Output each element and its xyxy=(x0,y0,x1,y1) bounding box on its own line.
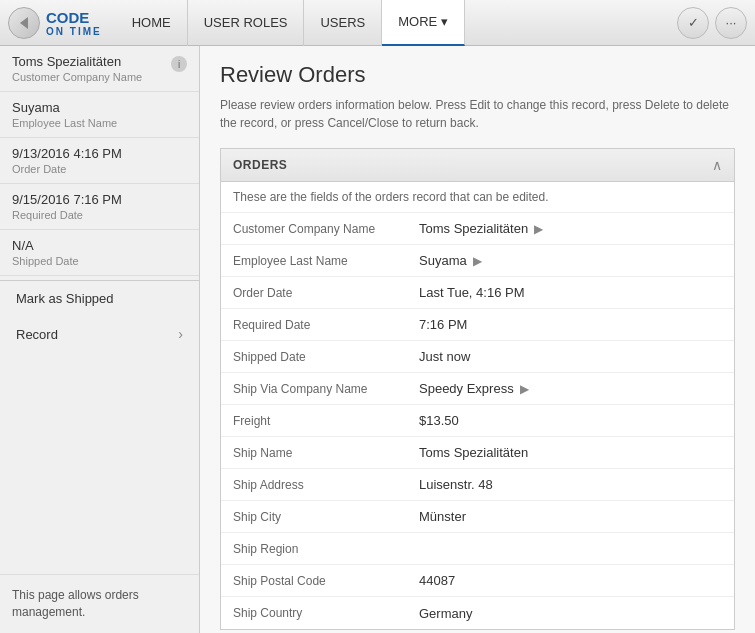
sidebar-company-name-value: Toms Spezialitäten xyxy=(12,54,142,69)
table-row: Freight$13.50 xyxy=(221,405,734,437)
more-chevron-icon xyxy=(441,14,448,29)
sidebar-employee-label: Employee Last Name xyxy=(12,117,187,129)
back-button[interactable] xyxy=(8,7,40,39)
check-button[interactable]: ✓ xyxy=(677,7,709,39)
page-title: Review Orders xyxy=(220,62,735,88)
field-value: Last Tue, 4:16 PM xyxy=(411,279,734,306)
nav-user-roles[interactable]: USER ROLES xyxy=(188,0,305,46)
section-description: These are the fields of the orders recor… xyxy=(221,182,734,213)
nav-home[interactable]: HOME xyxy=(116,0,188,46)
field-value: Germany xyxy=(411,600,734,627)
field-label: Required Date xyxy=(221,312,411,338)
field-label: Ship Country xyxy=(221,600,411,626)
field-label: Ship Name xyxy=(221,440,411,466)
sidebar-order-date-value: 9/13/2016 4:16 PM xyxy=(12,146,187,161)
content-description: Please review orders information below. … xyxy=(220,96,735,140)
nav-right-buttons: ✓ ··· xyxy=(677,7,747,39)
sidebar-order-date: 9/13/2016 4:16 PM Order Date xyxy=(0,138,199,184)
info-icon[interactable]: i xyxy=(171,56,187,72)
content-area: Review Orders Please review orders infor… xyxy=(200,46,755,633)
field-value: $13.50 xyxy=(411,407,734,434)
sidebar-actions: Mark as Shipped Record › xyxy=(0,280,199,352)
back-arrow-icon xyxy=(20,17,28,29)
field-value: Luisenstr. 48 xyxy=(411,471,734,498)
table-row: Employee Last NameSuyama▶ xyxy=(221,245,734,277)
table-row: Required Date7:16 PM xyxy=(221,309,734,341)
sidebar-shipped-date-value: N/A xyxy=(12,238,187,253)
field-label: Ship City xyxy=(221,504,411,530)
brand-code: CODE xyxy=(46,9,102,26)
table-row: Ship AddressLuisenstr. 48 xyxy=(221,469,734,501)
field-value: 7:16 PM xyxy=(411,311,734,338)
table-row: Customer Company NameToms Spezialitäten▶ xyxy=(221,213,734,245)
field-label: Ship Region xyxy=(221,536,411,562)
field-value: Münster xyxy=(411,503,734,530)
content-header: Review Orders Please review orders infor… xyxy=(200,46,755,148)
fields-list: Customer Company NameToms Spezialitäten▶… xyxy=(221,213,734,629)
table-row: Order DateLast Tue, 4:16 PM xyxy=(221,277,734,309)
top-navigation: CODE ON TIME HOME USER ROLES USERS MORE … xyxy=(0,0,755,46)
sidebar-required-date: 9/15/2016 7:16 PM Required Date xyxy=(0,184,199,230)
table-row: Shipped DateJust now xyxy=(221,341,734,373)
section-title: ORDERS xyxy=(233,158,287,172)
brand-ontime: ON TIME xyxy=(46,26,102,37)
field-label: Shipped Date xyxy=(221,344,411,370)
sidebar: Toms Spezialitäten Customer Company Name… xyxy=(0,46,200,633)
table-row: Ship Region xyxy=(221,533,734,565)
more-options-button[interactable]: ··· xyxy=(715,7,747,39)
field-link-arrow-icon[interactable]: ▶ xyxy=(534,222,543,236)
nav-items: HOME USER ROLES USERS MORE xyxy=(116,0,673,46)
field-label: Freight xyxy=(221,408,411,434)
field-label: Ship Address xyxy=(221,472,411,498)
sidebar-shipped-date-label: Shipped Date xyxy=(12,255,187,267)
sidebar-required-date-value: 9/15/2016 7:16 PM xyxy=(12,192,187,207)
nav-more[interactable]: MORE xyxy=(382,0,465,46)
sidebar-employee: Suyama Employee Last Name xyxy=(0,92,199,138)
sidebar-shipped-date: N/A Shipped Date xyxy=(0,230,199,276)
mark-as-shipped-action[interactable]: Mark as Shipped xyxy=(0,281,199,316)
field-label: Employee Last Name xyxy=(221,248,411,274)
sidebar-order-date-label: Order Date xyxy=(12,163,187,175)
logo-area: CODE ON TIME xyxy=(8,7,102,39)
field-label: Customer Company Name xyxy=(221,216,411,242)
brand-logo: CODE ON TIME xyxy=(46,9,102,37)
table-row: Ship CityMünster xyxy=(221,501,734,533)
field-value: Toms Spezialitäten▶ xyxy=(411,215,734,242)
field-value: Just now xyxy=(411,343,734,370)
field-value: Suyama▶ xyxy=(411,247,734,274)
field-value: Toms Spezialitäten xyxy=(411,439,734,466)
sidebar-company-name-label: Customer Company Name xyxy=(12,71,142,83)
table-row: Ship Via Company NameSpeedy Express▶ xyxy=(221,373,734,405)
field-label: Order Date xyxy=(221,280,411,306)
field-value: Speedy Express▶ xyxy=(411,375,734,402)
main-layout: Toms Spezialitäten Customer Company Name… xyxy=(0,46,755,633)
field-value xyxy=(411,543,734,555)
table-row: Ship Postal Code44087 xyxy=(221,565,734,597)
field-label: Ship Postal Code xyxy=(221,568,411,594)
section-toggle-icon[interactable]: ∧ xyxy=(712,157,722,173)
sidebar-footer: This page allows orders management. xyxy=(0,574,199,633)
record-arrow-icon: › xyxy=(178,326,183,342)
record-action[interactable]: Record › xyxy=(0,316,199,352)
field-link-arrow-icon[interactable]: ▶ xyxy=(473,254,482,268)
field-label: Ship Via Company Name xyxy=(221,376,411,402)
table-row: Ship NameToms Spezialitäten xyxy=(221,437,734,469)
field-link-arrow-icon[interactable]: ▶ xyxy=(520,382,529,396)
section-header: ORDERS ∧ xyxy=(221,149,734,182)
sidebar-company-name: Toms Spezialitäten Customer Company Name… xyxy=(0,46,199,92)
sidebar-employee-value: Suyama xyxy=(12,100,187,115)
sidebar-required-date-label: Required Date xyxy=(12,209,187,221)
orders-section: ORDERS ∧ These are the fields of the ord… xyxy=(220,148,735,630)
table-row: Ship CountryGermany xyxy=(221,597,734,629)
nav-users[interactable]: USERS xyxy=(304,0,382,46)
field-value: 44087 xyxy=(411,567,734,594)
